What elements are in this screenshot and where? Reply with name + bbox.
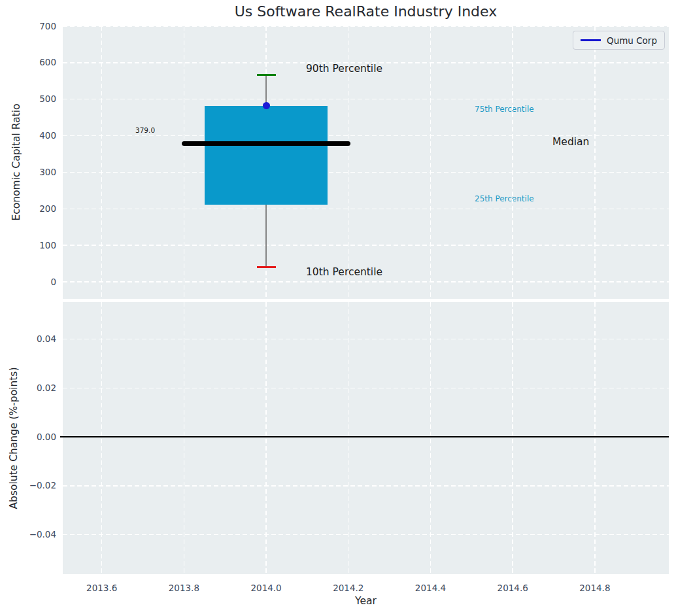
gridline-horizontal [63, 281, 669, 282]
x-tick-label: 2014.4 [407, 583, 453, 594]
series-marker-qumu-corp [263, 102, 270, 109]
gridline-vertical [594, 26, 595, 299]
chart-title: Us Software RealRate Industry Index [63, 3, 669, 20]
gridline-vertical [265, 302, 266, 574]
legend-label: Qumu Corp [607, 35, 657, 46]
gridline-vertical [594, 302, 595, 574]
gridline-vertical [512, 302, 513, 574]
x-tick-label: 2014.8 [572, 583, 618, 594]
gridline-vertical [184, 302, 184, 574]
y-tick-label: 0.04 [0, 334, 56, 345]
y-tick-label: −0.04 [0, 529, 56, 540]
y-tick-label: 200 [0, 203, 56, 214]
gridline-horizontal [63, 26, 669, 26]
gridline-vertical [348, 26, 348, 299]
annotation-median-value: 379.0 [135, 126, 155, 134]
median-line [182, 141, 350, 146]
x-tick-label: 2014.0 [243, 583, 289, 594]
gridline-horizontal [63, 388, 669, 388]
gridline-vertical [101, 26, 102, 299]
y-tick-label: 600 [0, 57, 56, 68]
gridline-vertical [101, 302, 102, 574]
gridline-horizontal [63, 99, 669, 99]
y-tick-label: 100 [0, 240, 56, 251]
legend-line-sample [581, 39, 601, 41]
x-tick-label: 2014.6 [490, 583, 535, 594]
bottom-plot-area [63, 302, 669, 574]
x-tick-label: 2014.2 [326, 583, 371, 594]
annotation-10th-percentile: 10th Percentile [306, 266, 382, 278]
whisker-cap-10th [257, 266, 276, 268]
whisker-cap-90th [257, 74, 276, 76]
gridline-horizontal [63, 62, 669, 63]
figure: Us Software RealRate Industry Index 90th… [0, 0, 676, 616]
gridline-horizontal [63, 339, 669, 339]
gridline-vertical [184, 26, 184, 299]
legend: Qumu Corp [573, 31, 665, 50]
y-tick-label: −0.02 [0, 480, 56, 491]
gridline-horizontal [63, 534, 669, 535]
top-plot-area: 90th Percentile 75th Percentile Median 2… [63, 26, 669, 299]
annotation-median: Median [552, 136, 589, 148]
gridline-horizontal [63, 245, 669, 245]
x-axis-label: Year [63, 595, 669, 607]
y-tick-label: 0 [0, 277, 56, 288]
zero-reference-line [60, 436, 669, 437]
y-tick-label: 500 [0, 94, 56, 105]
gridline-horizontal [63, 172, 669, 173]
gridline-horizontal [63, 135, 669, 136]
annotation-75th-percentile: 75th Percentile [475, 105, 534, 114]
gridline-horizontal [63, 485, 669, 486]
gridline-vertical [430, 302, 431, 574]
gridline-vertical [512, 26, 513, 299]
y-tick-label: 0.02 [0, 383, 56, 394]
y-tick-label: 400 [0, 130, 56, 141]
x-tick-label: 2013.6 [79, 583, 125, 594]
y-tick-label: 700 [0, 21, 56, 32]
gridline-horizontal [63, 209, 669, 209]
annotation-25th-percentile: 25th Percentile [475, 194, 534, 203]
y-tick-label: 300 [0, 167, 56, 178]
gridline-vertical [430, 26, 431, 299]
annotation-90th-percentile: 90th Percentile [306, 63, 382, 75]
x-tick-label: 2013.8 [161, 583, 207, 594]
y-tick-label: 0.00 [0, 432, 56, 443]
interquartile-box [205, 106, 328, 205]
gridline-vertical [348, 302, 348, 574]
